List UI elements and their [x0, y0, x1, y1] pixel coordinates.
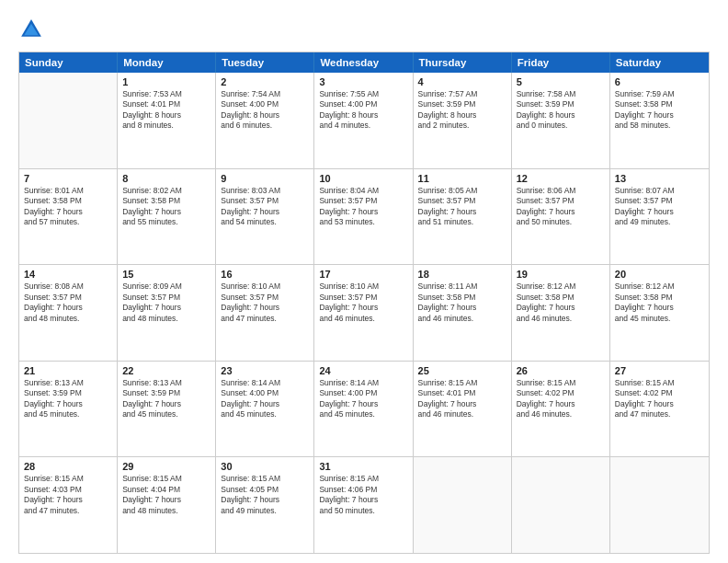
logo-icon — [18, 17, 44, 42]
day-number: 27 — [615, 365, 704, 376]
day-number: 24 — [319, 365, 407, 376]
calendar-row-5: 28Sunrise: 8:15 AMSunset: 4:03 PMDayligh… — [19, 456, 709, 553]
cell-info-line: Sunset: 3:57 PM — [418, 196, 506, 206]
cell-info-line: Sunrise: 8:01 AM — [24, 186, 112, 196]
cell-info-line: Daylight: 7 hours — [122, 303, 210, 313]
calendar-row-4: 21Sunrise: 8:13 AMSunset: 3:59 PMDayligh… — [19, 361, 709, 457]
cell-info-line: and 46 minutes. — [319, 314, 407, 324]
cell-info-line: Daylight: 7 hours — [319, 207, 407, 217]
cell-info-line: and 8 minutes. — [122, 121, 210, 131]
cell-info-line: Daylight: 7 hours — [615, 399, 704, 409]
cell-info-line: Sunrise: 7:59 AM — [615, 89, 704, 99]
cell-info-line: and 46 minutes. — [418, 314, 506, 324]
cell-info-line: and 4 minutes. — [319, 121, 407, 131]
calendar-cell: 10Sunrise: 8:04 AMSunset: 3:57 PMDayligh… — [314, 169, 413, 265]
calendar: SundayMondayTuesdayWednesdayThursdayFrid… — [18, 52, 710, 554]
day-number: 15 — [122, 269, 210, 280]
calendar-cell: 7Sunrise: 8:01 AMSunset: 3:58 PMDaylight… — [19, 169, 118, 265]
calendar-cell: 23Sunrise: 8:14 AMSunset: 4:00 PMDayligh… — [216, 362, 314, 457]
day-number: 26 — [517, 365, 605, 376]
cell-info-line: Daylight: 7 hours — [319, 495, 407, 505]
cell-info-line: Daylight: 7 hours — [221, 399, 309, 409]
cell-info-line: and 46 minutes. — [418, 409, 506, 419]
cell-info-line: Sunrise: 8:09 AM — [122, 282, 210, 292]
day-number: 2 — [221, 76, 309, 87]
cell-info-line: Sunset: 3:58 PM — [517, 293, 605, 303]
cell-info-line: Daylight: 7 hours — [122, 207, 210, 217]
cell-info-line: Sunset: 4:06 PM — [319, 485, 407, 495]
cell-info-line: Sunset: 4:00 PM — [221, 99, 309, 109]
cell-info-line: and 6 minutes. — [221, 121, 309, 131]
calendar-cell: 18Sunrise: 8:11 AMSunset: 3:58 PMDayligh… — [414, 265, 512, 361]
cell-info-line: Sunrise: 8:04 AM — [319, 186, 407, 196]
cell-info-line: and 46 minutes. — [517, 409, 605, 419]
cell-info-line: Daylight: 8 hours — [319, 110, 407, 121]
cell-info-line: Sunset: 4:03 PM — [24, 485, 112, 495]
calendar-cell — [512, 457, 610, 553]
cell-info-line: Sunset: 4:01 PM — [122, 99, 210, 109]
cell-info-line: Sunrise: 8:14 AM — [221, 378, 309, 388]
day-number: 9 — [221, 173, 309, 184]
day-number: 12 — [517, 173, 605, 184]
calendar-cell: 11Sunrise: 8:05 AMSunset: 3:57 PMDayligh… — [414, 169, 512, 265]
calendar-row-1: 1Sunrise: 7:53 AMSunset: 4:01 PMDaylight… — [19, 73, 709, 168]
day-number: 18 — [418, 269, 506, 280]
day-number: 4 — [418, 76, 506, 87]
header-day-sunday: Sunday — [19, 52, 118, 73]
cell-info-line: Sunset: 4:00 PM — [319, 99, 407, 109]
cell-info-line: and 45 minutes. — [319, 409, 407, 419]
cell-info-line: Daylight: 7 hours — [319, 399, 407, 409]
cell-info-line: Sunset: 3:57 PM — [24, 293, 112, 303]
cell-info-line: Sunrise: 7:54 AM — [221, 89, 309, 99]
day-number: 7 — [24, 173, 112, 184]
calendar-cell: 12Sunrise: 8:06 AMSunset: 3:57 PMDayligh… — [512, 169, 610, 265]
calendar-cell: 3Sunrise: 7:55 AMSunset: 4:00 PMDaylight… — [314, 73, 413, 168]
calendar-cell: 29Sunrise: 8:15 AMSunset: 4:04 PMDayligh… — [118, 457, 216, 553]
cell-info-line: Daylight: 7 hours — [221, 303, 309, 313]
cell-info-line: Sunset: 3:57 PM — [319, 196, 407, 206]
cell-info-line: and 49 minutes. — [615, 217, 704, 227]
calendar-row-2: 7Sunrise: 8:01 AMSunset: 3:58 PMDaylight… — [19, 168, 709, 265]
day-number: 5 — [517, 76, 605, 87]
day-number: 25 — [418, 365, 506, 376]
cell-info-line: and 58 minutes. — [615, 121, 704, 131]
cell-info-line: Sunrise: 8:14 AM — [319, 378, 407, 388]
day-number: 20 — [615, 269, 704, 280]
cell-info-line: and 53 minutes. — [319, 217, 407, 227]
calendar-cell: 19Sunrise: 8:12 AMSunset: 3:58 PMDayligh… — [512, 265, 610, 361]
cell-info-line: Sunrise: 8:12 AM — [517, 282, 605, 292]
cell-info-line: Sunrise: 8:15 AM — [517, 378, 605, 388]
calendar-cell: 9Sunrise: 8:03 AMSunset: 3:57 PMDaylight… — [216, 169, 314, 265]
cell-info-line: Sunset: 3:58 PM — [615, 99, 704, 109]
cell-info-line: and 54 minutes. — [221, 217, 309, 227]
day-number: 10 — [319, 173, 407, 184]
cell-info-line: Sunset: 3:57 PM — [122, 293, 210, 303]
calendar-row-3: 14Sunrise: 8:08 AMSunset: 3:57 PMDayligh… — [19, 264, 709, 361]
cell-info-line: Daylight: 7 hours — [24, 495, 112, 505]
cell-info-line: Sunrise: 7:57 AM — [418, 89, 506, 99]
cell-info-line: and 48 minutes. — [24, 314, 112, 324]
cell-info-line: Sunrise: 8:07 AM — [615, 186, 704, 196]
calendar-cell — [610, 457, 709, 553]
cell-info-line: and 2 minutes. — [418, 121, 506, 131]
calendar-cell: 17Sunrise: 8:10 AMSunset: 3:57 PMDayligh… — [314, 265, 413, 361]
calendar-cell: 28Sunrise: 8:15 AMSunset: 4:03 PMDayligh… — [19, 457, 118, 553]
header-day-thursday: Thursday — [414, 52, 512, 73]
cell-info-line: Sunset: 3:57 PM — [221, 293, 309, 303]
cell-info-line: Sunrise: 8:15 AM — [418, 378, 506, 388]
cell-info-line: Daylight: 7 hours — [221, 495, 309, 505]
day-number: 28 — [24, 461, 112, 472]
cell-info-line: Sunrise: 7:58 AM — [517, 89, 605, 99]
cell-info-line: Sunrise: 8:13 AM — [24, 378, 112, 388]
calendar-cell: 1Sunrise: 7:53 AMSunset: 4:01 PMDaylight… — [118, 73, 216, 168]
page: SundayMondayTuesdayWednesdayThursdayFrid… — [0, 0, 728, 563]
calendar-cell: 8Sunrise: 8:02 AMSunset: 3:58 PMDaylight… — [118, 169, 216, 265]
cell-info-line: Sunrise: 8:02 AM — [122, 186, 210, 196]
header-day-tuesday: Tuesday — [216, 52, 314, 73]
cell-info-line: Sunrise: 8:10 AM — [319, 282, 407, 292]
day-number: 23 — [221, 365, 309, 376]
day-number: 1 — [122, 76, 210, 87]
cell-info-line: and 48 minutes. — [122, 506, 210, 516]
cell-info-line: Sunset: 3:58 PM — [615, 293, 704, 303]
calendar-cell: 14Sunrise: 8:08 AMSunset: 3:57 PMDayligh… — [19, 265, 118, 361]
